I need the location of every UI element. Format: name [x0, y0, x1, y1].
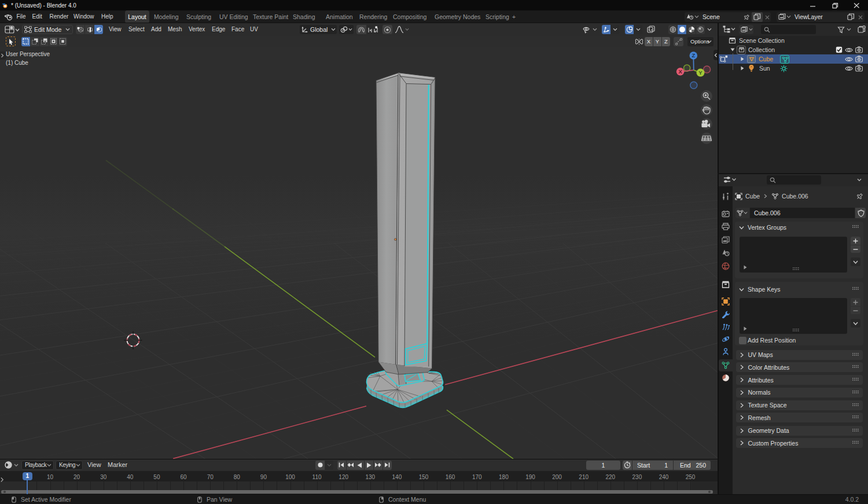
svg-text:Y: Y — [698, 69, 703, 76]
svg-text:Z: Z — [692, 52, 695, 58]
svg-text:X: X — [678, 68, 682, 75]
